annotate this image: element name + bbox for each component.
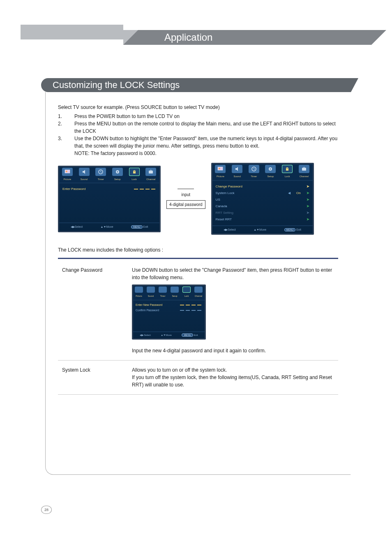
osd-tab-picture: Picture xyxy=(133,286,145,300)
osd-tab-sound: Sound xyxy=(145,286,157,300)
footer-exit: MENU Exit xyxy=(182,333,198,337)
osd-row-enter-password: Enter Password xyxy=(62,186,156,192)
step-text: Use the DOWN button to highlight the "En… xyxy=(74,135,338,150)
option-label: Change Password xyxy=(58,266,120,354)
footer-move: ▲▼Move xyxy=(254,228,266,232)
osd-row-system-lock: System Lock◀On➤ xyxy=(216,190,309,197)
osd-tab-lock: Lock xyxy=(126,167,143,183)
osd-tab-picture: Picture xyxy=(59,167,76,183)
svg-point-8 xyxy=(219,168,220,169)
option-desc: Use DOWN button to select the "Change Pa… xyxy=(132,266,338,281)
chevron-right-icon: ➤ xyxy=(307,217,309,222)
intro-lead: Select TV source for example. (Press SOU… xyxy=(58,104,338,111)
sound-icon xyxy=(147,287,155,293)
timer-icon xyxy=(95,168,106,176)
tab-label: Picture xyxy=(136,295,142,297)
tab-label: Setup xyxy=(172,295,177,297)
sound-icon xyxy=(232,165,242,173)
step-row: 3. Use the DOWN button to highlight the … xyxy=(58,135,338,150)
tab-label: Timer xyxy=(98,178,104,180)
chevron-right-icon: ➤ xyxy=(307,197,309,202)
banner-accent-left xyxy=(21,25,123,39)
section-header-bar: Customizing the LOCK Settings xyxy=(41,78,351,92)
tab-label: Channel xyxy=(146,178,155,180)
osd-footer: ◀▶Select ▲▼Move MENU Exit xyxy=(212,225,313,234)
step-row: 1. Press the POWER button to turn the LC… xyxy=(58,113,338,120)
banner-title: Application xyxy=(164,32,212,43)
osd-row-canada: Canada➤ xyxy=(216,203,309,210)
osd-tab-channel: Channel xyxy=(193,286,205,300)
step-number: 2. xyxy=(58,120,66,135)
tab-label: Lock xyxy=(285,175,290,178)
svg-rect-13 xyxy=(302,168,306,171)
svg-rect-12 xyxy=(286,169,288,171)
password-dashes xyxy=(179,303,202,308)
footer-move: ▲▼Move xyxy=(101,225,113,229)
lock-icon xyxy=(129,168,140,176)
mid-label-input: input xyxy=(181,192,190,198)
osd-row-label: Confirm Password xyxy=(136,308,159,313)
tab-label: Sound xyxy=(148,295,154,297)
step-text: Press the MENU button on the remote cont… xyxy=(74,120,338,135)
tab-label: Channel xyxy=(300,175,309,178)
option-label: System Lock xyxy=(58,366,120,388)
banner-triangle-icon xyxy=(123,30,138,45)
lock-icon xyxy=(282,165,293,173)
osd-tab-channel: Channel xyxy=(143,167,159,183)
osd-tab-lock: Lock xyxy=(181,286,193,300)
osd-tabs: Picture Sound Timer Setup Lock Channel xyxy=(59,167,159,184)
osd-footer: ◀▶Select ▲▼Move MENU Exit xyxy=(59,222,159,231)
arrow-left-icon: ◀ xyxy=(288,191,291,196)
osd-tab-timer: Timer xyxy=(92,167,109,183)
chevron-right-icon: ➤ xyxy=(307,191,309,196)
osd-row-us: US➤ xyxy=(216,197,309,203)
mid-label-4digital: 4-digital password xyxy=(166,200,205,209)
tab-label: Sound xyxy=(81,178,88,180)
svg-point-11 xyxy=(270,169,271,170)
osd-tab-channel: Channel xyxy=(296,164,313,180)
osd-row-label: Enter Password xyxy=(62,187,85,192)
tab-label: Channel xyxy=(195,295,203,297)
step-text: NOTE: The factory password is 0000. xyxy=(74,150,338,157)
chevron-right-icon: ➤ xyxy=(307,210,309,215)
osd-row-enter-new-password: Enter New Password xyxy=(136,303,202,308)
step-row: 2. Press the MENU button on the remote c… xyxy=(58,120,338,135)
footer-select: ◀▶Select xyxy=(71,225,83,229)
osd-tab-lock: Lock xyxy=(279,164,296,180)
mid-label-group: input 4-digital password xyxy=(166,189,205,209)
channel-icon xyxy=(145,168,156,176)
tab-label: Setup xyxy=(114,178,121,180)
osd-tab-sound: Sound xyxy=(76,167,93,183)
osd-tab-sound: Sound xyxy=(229,164,246,180)
setup-icon xyxy=(265,165,276,173)
osd-tab-picture: Picture xyxy=(212,164,229,180)
tab-label: Timer xyxy=(160,295,166,297)
osd-row-label: US xyxy=(216,197,220,202)
content-frame: Select TV source for example. (Press SOU… xyxy=(45,92,351,475)
lock-icon xyxy=(182,287,191,293)
svg-rect-6 xyxy=(149,171,153,173)
page-number: 28 xyxy=(41,506,52,514)
option-desc: Allows you to turn on or off the system … xyxy=(132,366,338,388)
osd-row-label: Change Password xyxy=(216,184,242,189)
svg-rect-5 xyxy=(133,171,136,173)
option-desc2: Input the new 4-digital password and inp… xyxy=(132,347,338,354)
tab-label: Picture xyxy=(217,175,224,178)
osd-tab-timer: Timer xyxy=(246,164,263,180)
step-number xyxy=(58,150,66,157)
osd-row-rrt-setting: RRT Setting➤ xyxy=(216,210,309,216)
chevron-right-icon: ➤ xyxy=(307,184,309,189)
osd-footer: ◀▶Select ▲▼Move MENU Exit xyxy=(133,331,205,338)
osd-row-value: On xyxy=(296,191,301,196)
tab-label: Setup xyxy=(267,175,274,178)
step-number: 3. xyxy=(58,135,66,150)
password-dashes xyxy=(179,308,202,313)
osd-tab-timer: Timer xyxy=(157,286,169,300)
chevron-right-icon: ➤ xyxy=(307,204,309,209)
footer-select: ◀▶Select xyxy=(224,228,235,232)
osd-enter-password: Picture Sound Timer Setup Lock Channel E… xyxy=(58,166,161,232)
section-title: Customizing the LOCK Settings xyxy=(53,80,180,90)
banner-title-bar: Application xyxy=(123,30,371,45)
tab-label: Lock xyxy=(184,295,189,297)
osd-change-password-submenu: Picture Sound Timer Setup Lock Channel E… xyxy=(132,284,206,340)
